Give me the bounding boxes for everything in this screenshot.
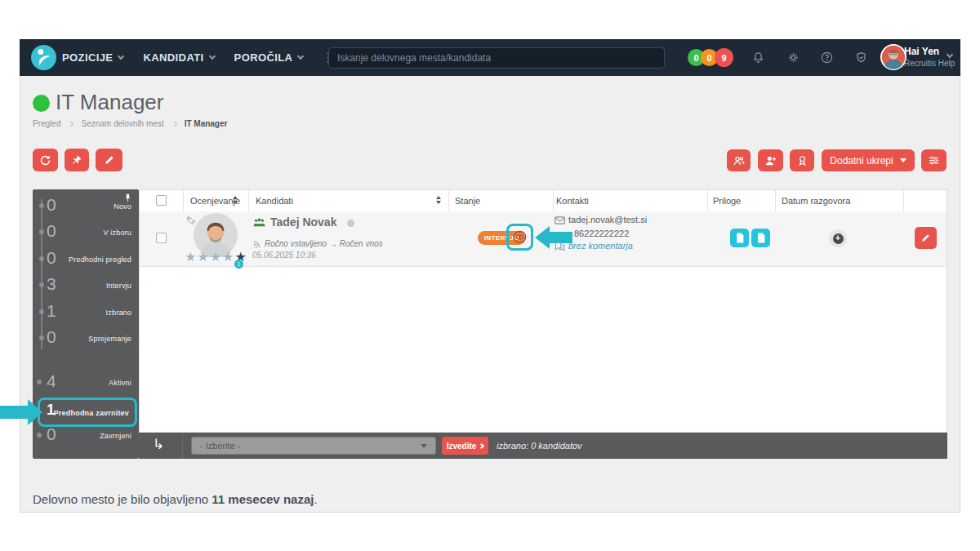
feed-icon [252,240,261,249]
menu-porocila-label: POROČILA [234,51,293,64]
candidates-button[interactable] [727,149,751,171]
search-input[interactable] [328,47,665,69]
timeline-dot [39,256,44,261]
menu-kandidati-label: KANDIDATI [143,51,203,64]
menu-porocila[interactable]: POROČILA [234,51,304,64]
refresh-icon [39,154,51,167]
execute-button[interactable]: Izvedite [442,437,488,455]
envelope-icon [555,216,565,224]
filter-settings-button[interactable] [921,149,947,171]
stage-count-predhodni-pregled: 0 [47,248,56,268]
breadcrumb: Pregled Seznam delovnih mest IT Manager [33,119,227,128]
annotation-highlight-eye [506,224,533,251]
group-icon [252,217,266,229]
star-icon: ★ [185,250,197,264]
breadcrumb-seznam[interactable]: Seznam delovnih mest [81,119,163,128]
chevron-down-icon [118,53,124,60]
note-bold: 11 mesecev nazaj [212,492,314,506]
sidebar-item-intervju[interactable]: Intervju [106,282,131,290]
users-icon [733,154,746,167]
sliders-icon [928,154,940,167]
counter-badge-red[interactable]: 9 [715,48,733,67]
candidate-comment-link[interactable]: brez komentarja [568,241,633,251]
shield-check-icon[interactable] [854,51,868,64]
sort-icon[interactable] [233,196,238,204]
more-actions-button[interactable]: Dodatni ukrepi [822,149,915,171]
medal-icon [796,154,808,167]
attachment-button-2[interactable] [751,229,770,247]
sidebar-item-v-izboru[interactable]: V izboru [103,229,131,237]
sidebar-item-predhodni-pregled[interactable]: Predhodni pregled [69,256,131,264]
chevron-right-icon [479,442,484,448]
column-header-kandidati[interactable]: Kandidati [256,196,293,206]
more-actions-label: Dodatni ukrepi [830,155,893,167]
group-dot [37,380,42,384]
return-arrow-icon: ↳ [153,436,164,453]
bar-divider [182,433,183,459]
timeline-dot [39,309,44,314]
annotation-highlight-sidebar [38,398,137,427]
candidate-email[interactable]: tadej.novak@test.si [568,215,647,224]
breadcrumb-separator-icon [68,121,74,127]
timeline-dot [39,203,44,208]
user-name: Hai Yen Recruitis Help [904,46,955,68]
annotation-arrowhead-eye [535,226,550,249]
breadcrumb-current: IT Manager [185,119,228,128]
menu-kandidati[interactable]: KANDIDATI [143,51,214,64]
bulk-action-select-value: - Izberite - [200,441,241,451]
page-title: IT Manager [56,90,163,115]
breadcrumb-separator-icon [172,121,177,127]
sidebar-item-zavrnjeni[interactable]: Zavrnjeni [100,432,131,440]
column-header-kontakti: Kontakti [556,196,589,206]
file-icon [735,233,745,243]
sidebar-item-aktivni[interactable]: Aktivni [109,379,131,387]
menu-pozicije[interactable]: POZICIJE [62,51,123,64]
edit-candidate-button[interactable] [915,227,937,249]
breadcrumb-pregled[interactable]: Pregled [33,119,60,128]
stage-count-intervju: 3 [47,274,56,294]
candidate-phone[interactable]: 86222222222 [574,229,629,238]
timeline-dot [39,229,44,234]
candidate-name[interactable]: Tadej Novak [270,216,336,229]
row-checkbox[interactable] [156,233,167,243]
stage-count-izbrano: 1 [47,301,56,321]
column-header-stanje: Stanje [455,196,480,206]
sidebar-item-novo[interactable]: Novo [114,202,131,211]
attachment-button-1[interactable] [730,229,749,247]
execute-label: Izvedite [447,442,477,451]
sort-icon[interactable] [436,196,441,204]
column-header-priloge: Priloge [713,196,741,206]
app-logo[interactable] [31,45,56,70]
annotation-arrow-sidebar [0,406,28,419]
group-count-zavrnjeni: 0 [47,424,56,444]
select-caret-icon [421,444,427,448]
candidates-table: Ocenjevanje Kandidati Stanje Kontakti Pr… [139,189,947,433]
column-header-datum: Datum razgovora [782,196,850,206]
select-all-checkbox[interactable] [156,195,167,206]
pin-job-button[interactable] [65,149,89,171]
plus-icon: + [833,233,844,244]
award-button[interactable] [790,149,814,171]
stage-count-v-izboru: 0 [47,221,56,241]
timeline-dot [39,282,44,287]
gear-icon[interactable] [786,51,800,64]
bulk-action-select[interactable]: - Izberite - [191,437,436,455]
bell-icon[interactable] [751,51,765,64]
note-period: . [314,492,317,506]
navbar: POZICIJE KANDIDATI POROČILA 0 0 9 Hai Ye… [20,39,960,76]
user-avatar[interactable] [880,44,906,70]
star-icon: ★ [197,250,209,264]
annotation-arrow-eye [550,232,572,243]
help-icon[interactable] [820,51,834,64]
edit-job-button[interactable] [96,149,122,171]
pencil-icon [104,154,115,166]
add-candidate-button[interactable] [758,149,783,171]
chevron-down-icon [208,53,215,60]
note-text: Delovno mesto je bilo objavljeno [33,492,212,506]
group-count-aktivni: 4 [47,371,56,391]
sidebar-item-sprejemanje[interactable]: Sprejemanje [88,335,131,343]
sidebar-item-izbrano[interactable]: Izbrano [106,309,131,317]
person-plus-icon [764,154,777,167]
add-interview-date-button[interactable]: + [829,229,847,247]
refresh-button[interactable] [33,149,58,171]
